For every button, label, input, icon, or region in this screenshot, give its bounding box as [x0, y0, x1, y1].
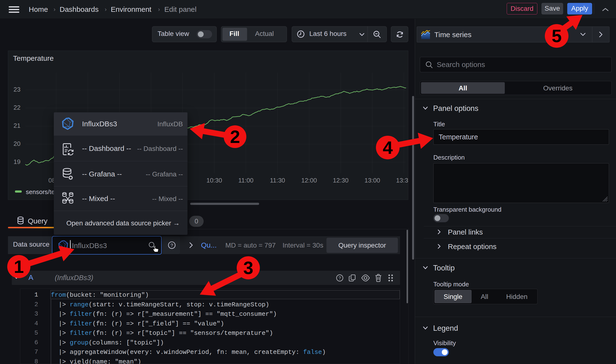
svg-text:1: 1	[14, 257, 24, 277]
svg-text:4: 4	[383, 137, 393, 158]
svg-text:3: 3	[243, 258, 253, 278]
svg-text:5: 5	[552, 26, 562, 46]
svg-text:2: 2	[230, 127, 240, 147]
